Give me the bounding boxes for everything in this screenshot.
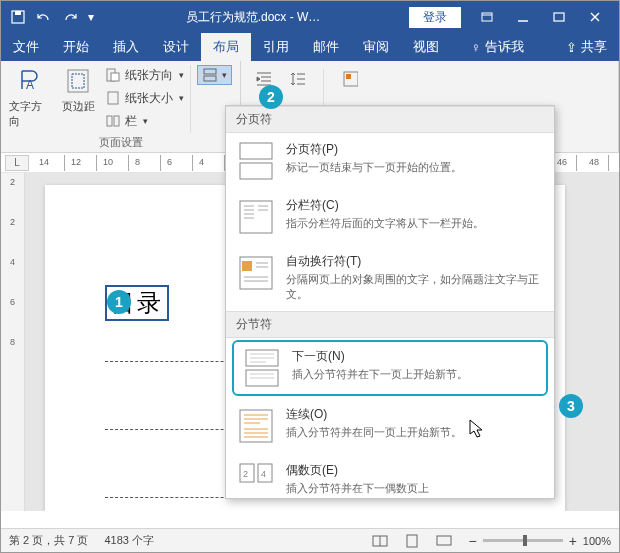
- spacing-icon[interactable]: [289, 71, 305, 87]
- text-wrap-title: 自动换行符(T): [286, 253, 544, 270]
- size-label: 纸张大小: [125, 90, 173, 107]
- vruler-num: 6: [10, 297, 15, 307]
- column-break-item[interactable]: 分栏符(C)指示分栏符后面的文字将从下一栏开始。: [226, 189, 554, 245]
- breaks-button[interactable]: ▾: [197, 65, 232, 85]
- tab-home[interactable]: 开始: [51, 33, 101, 61]
- ruler-num: 10: [103, 157, 113, 167]
- chevron-down-icon: ▾: [179, 93, 184, 103]
- svg-rect-9: [108, 92, 118, 104]
- ruler-num: 48: [589, 157, 599, 167]
- save-icon[interactable]: [7, 6, 29, 28]
- position-icon[interactable]: [342, 71, 358, 87]
- margins-label: 页边距: [62, 99, 95, 114]
- group-label: 页面设置: [9, 133, 232, 150]
- svg-rect-11: [114, 116, 119, 126]
- badge-2: 2: [259, 85, 283, 109]
- badge-1: 1: [107, 290, 131, 314]
- page-break-item[interactable]: 分页符(P)标记一页结束与下一页开始的位置。: [226, 133, 554, 189]
- word-count[interactable]: 4183 个字: [104, 533, 154, 548]
- tab-review[interactable]: 审阅: [351, 33, 401, 61]
- tab-mailings[interactable]: 邮件: [301, 33, 351, 61]
- section-header-page-breaks: 分页符: [226, 106, 554, 133]
- undo-icon[interactable]: [33, 6, 55, 28]
- page-count[interactable]: 第 2 页，共 7 页: [9, 533, 88, 548]
- tab-references[interactable]: 引用: [251, 33, 301, 61]
- svg-rect-10: [107, 116, 112, 126]
- share-label: 共享: [581, 38, 607, 56]
- qat-more-icon[interactable]: ▾: [85, 6, 97, 28]
- login-button[interactable]: 登录: [409, 7, 461, 28]
- svg-rect-3: [554, 13, 564, 21]
- zoom-level[interactable]: 100%: [583, 535, 611, 547]
- badge-3: 3: [559, 394, 583, 418]
- continuous-desc: 插入分节符并在同一页上开始新节。: [286, 425, 544, 440]
- orientation-icon: [105, 67, 121, 83]
- tab-selector[interactable]: L: [5, 155, 29, 171]
- view-print-icon[interactable]: [404, 534, 420, 548]
- chevron-down-icon: ▾: [143, 116, 148, 126]
- svg-rect-19: [240, 143, 272, 159]
- columns-button[interactable]: 栏▾: [105, 111, 184, 131]
- tab-layout[interactable]: 布局: [201, 33, 251, 61]
- text-wrap-desc: 分隔网页上的对象周围的文字，如分隔题注文字与正文。: [286, 272, 544, 303]
- close-icon[interactable]: [577, 3, 613, 31]
- ribbon-tabs: 文件 开始 插入 设计 布局 引用 邮件 审阅 视图 ♀告诉我 ⇪共享: [1, 33, 619, 61]
- columns-icon: [105, 113, 121, 129]
- text-direction-button[interactable]: A 文字方向: [9, 65, 51, 133]
- zoom-in-button[interactable]: +: [569, 533, 577, 549]
- share-button[interactable]: ⇪共享: [554, 33, 619, 61]
- section-header-section-breaks: 分节符: [226, 311, 554, 338]
- lightbulb-icon: ♀: [471, 40, 481, 55]
- text-wrap-item[interactable]: 自动换行符(T)分隔网页上的对象周围的文字，如分隔题注文字与正文。: [226, 245, 554, 311]
- zoom-controls: − + 100%: [468, 533, 611, 549]
- svg-rect-1: [15, 11, 21, 15]
- margins-button[interactable]: 页边距: [57, 65, 99, 133]
- orientation-label: 纸张方向: [125, 67, 173, 84]
- continuous-item[interactable]: 连续(O)插入分节符并在同一页上开始新节。: [226, 398, 554, 454]
- size-button[interactable]: 纸张大小▾: [105, 88, 184, 108]
- redo-icon[interactable]: [59, 6, 81, 28]
- ruler-num: 12: [71, 157, 81, 167]
- svg-rect-20: [240, 163, 272, 179]
- tell-me[interactable]: ♀告诉我: [459, 33, 536, 61]
- maximize-icon[interactable]: [541, 3, 577, 31]
- vruler-num: 2: [10, 177, 15, 187]
- quick-access-toolbar: ▾: [7, 6, 97, 28]
- text-direction-icon: A: [14, 65, 46, 97]
- mouse-cursor-icon: [469, 419, 485, 439]
- orientation-button[interactable]: 纸张方向▾: [105, 65, 184, 85]
- breaks-icon: [202, 67, 218, 83]
- view-web-icon[interactable]: [436, 534, 452, 548]
- svg-rect-12: [204, 69, 216, 74]
- even-page-icon: 24: [236, 462, 276, 486]
- column-break-icon: [236, 197, 276, 237]
- next-page-item[interactable]: 下一页(N)插入分节符并在下一页上开始新节。: [232, 340, 548, 396]
- minimize-icon[interactable]: [505, 3, 541, 31]
- tab-insert[interactable]: 插入: [101, 33, 151, 61]
- zoom-out-button[interactable]: −: [468, 533, 476, 549]
- even-page-title: 偶数页(E): [286, 462, 544, 479]
- ruler-num: 4: [199, 157, 204, 167]
- ribbon-options-icon[interactable]: [469, 3, 505, 31]
- vertical-ruler[interactable]: 2 2 4 6 8: [1, 173, 25, 511]
- zoom-slider[interactable]: [483, 539, 563, 542]
- svg-rect-13: [204, 76, 216, 81]
- size-icon: [105, 90, 121, 106]
- vruler-num: 2: [10, 217, 15, 227]
- breaks-dropdown: 分页符 分页符(P)标记一页结束与下一页开始的位置。 分栏符(C)指示分栏符后面…: [225, 105, 555, 499]
- tell-me-label: 告诉我: [485, 38, 524, 56]
- page-break-title: 分页符(P): [286, 141, 544, 158]
- tab-view[interactable]: 视图: [401, 33, 451, 61]
- svg-text:A: A: [26, 78, 34, 92]
- chevron-down-icon: ▾: [179, 70, 184, 80]
- vruler-num: 4: [10, 257, 15, 267]
- columns-label: 栏: [125, 113, 137, 130]
- svg-text:2: 2: [243, 469, 248, 479]
- even-page-item[interactable]: 24 偶数页(E)插入分节符并在下一偶数页上: [226, 454, 554, 498]
- view-read-icon[interactable]: [372, 534, 388, 548]
- tab-design[interactable]: 设计: [151, 33, 201, 61]
- tab-file[interactable]: 文件: [1, 33, 51, 61]
- svg-rect-6: [72, 74, 84, 88]
- next-page-title: 下一页(N): [292, 348, 538, 365]
- svg-text:4: 4: [261, 469, 266, 479]
